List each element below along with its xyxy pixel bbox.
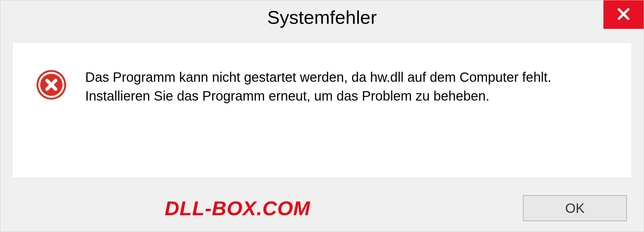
close-icon bbox=[615, 6, 632, 23]
titlebar: Systemfehler bbox=[0, 0, 644, 34]
message-line-2: Installieren Sie das Programm erneut, um… bbox=[85, 86, 551, 105]
dialog-title: Systemfehler bbox=[267, 6, 377, 28]
watermark-text: DLL-BOX.COM bbox=[165, 197, 310, 220]
dialog-content: Das Programm kann nicht gestartet werden… bbox=[12, 42, 632, 178]
ok-button[interactable]: OK bbox=[523, 195, 627, 221]
error-icon bbox=[36, 69, 67, 102]
error-message: Das Programm kann nicht gestartet werden… bbox=[85, 68, 551, 105]
close-button[interactable] bbox=[603, 0, 644, 29]
message-line-1: Das Programm kann nicht gestartet werden… bbox=[85, 68, 551, 86]
error-dialog: Systemfehler Das Programm kann nicht ges… bbox=[0, 0, 644, 232]
dialog-footer: DLL-BOX.COM OK bbox=[0, 185, 644, 232]
